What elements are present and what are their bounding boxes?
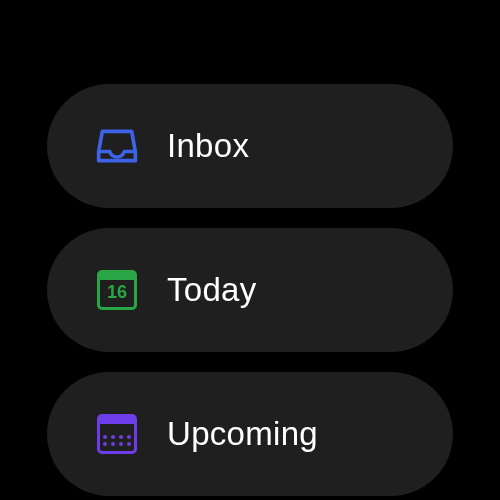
calendar-upcoming-icon (95, 412, 139, 456)
menu-item-label: Inbox (167, 127, 249, 165)
calendar-day: 16 (107, 282, 127, 303)
menu-item-upcoming[interactable]: Upcoming (47, 372, 453, 496)
inbox-icon (95, 124, 139, 168)
calendar-today-icon: 16 (95, 268, 139, 312)
menu-item-today[interactable]: 16 Today (47, 228, 453, 352)
menu-item-inbox[interactable]: Inbox (47, 84, 453, 208)
menu-item-label: Today (167, 271, 257, 309)
menu-item-label: Upcoming (167, 415, 318, 453)
